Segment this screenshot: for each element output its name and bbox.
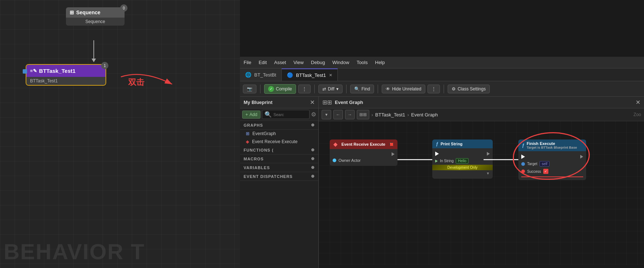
variables-section-header[interactable]: VARIABLES ⊕ <box>240 163 318 172</box>
event-receive-execute-item[interactable]: ◆ Event Receive Execute <box>240 138 318 146</box>
camera-icon: 📷 <box>247 86 252 92</box>
menu-item-tools[interactable]: Tools <box>356 60 367 65</box>
red-arrow-annotation <box>114 66 231 110</box>
event-dispatchers-section-header[interactable]: EVENT DISPATCHERS ⊕ <box>240 172 318 181</box>
event-graph-item[interactable]: ⊞ EventGraph <box>240 130 318 138</box>
blueprint-panel-toolbar: + Add 🔍 ⚙ <box>240 108 318 121</box>
tab-bt-testbt[interactable]: 🌐 BT_TestBt <box>240 68 282 81</box>
arrow-head <box>92 59 96 62</box>
owner-actor-pin: Owner Actor <box>330 157 397 164</box>
menu-item-window[interactable]: Window <box>332 60 349 65</box>
breadcrumb-asset[interactable]: BTTask_Test1 <box>375 112 405 118</box>
breadcrumb-graph[interactable]: Event Graph <box>411 112 438 118</box>
find-button[interactable]: 🔍 Find <box>350 85 374 93</box>
hide-unrelated-label: Hide Unrelated <box>392 86 421 92</box>
event-node-close[interactable]: 🟥 <box>389 142 394 146</box>
print-string-node[interactable]: ƒ Print String In String Hello Developme… <box>432 139 493 179</box>
toolbar-separator-3 <box>346 85 347 93</box>
success-pin: Success ✓ <box>518 168 586 175</box>
event-dispatchers-add-icon[interactable]: ⊕ <box>311 174 315 179</box>
event-receive-icon: ◆ <box>246 139 249 144</box>
functions-label: FUNCTIONS ( <box>244 148 274 152</box>
print-func-icon: ƒ <box>436 141 438 146</box>
grid-background <box>0 0 240 268</box>
graphs-section-header[interactable]: GRAPHS ⊕ <box>240 121 318 130</box>
bttask-node[interactable]: ≡✎ BTTask_Test1 BTTask_Test1 1 <box>26 64 106 86</box>
bttask-node-body: BTTask_Test1 <box>26 77 106 85</box>
event-receive-execute-node[interactable]: ◆ Event Receive Execute 🟥 Owner Actor <box>330 139 397 166</box>
add-label: Add <box>249 112 257 117</box>
camera-button[interactable]: 📷 <box>243 85 256 93</box>
variables-add-icon[interactable]: ⊕ <box>311 165 315 170</box>
graph-grid-icon: ⊞⊞ <box>322 99 332 106</box>
bttask-node-badge: 1 <box>101 62 108 69</box>
functions-add-icon[interactable]: ⊕ <box>311 148 315 152</box>
self-value-badge[interactable]: self <box>540 161 550 167</box>
functions-section-header[interactable]: FUNCTIONS ( ⊕ <box>240 146 318 155</box>
event-graph-icon: ⊞ <box>246 131 249 136</box>
search-box[interactable]: 🔍 <box>262 110 310 119</box>
menu-item-edit[interactable]: Edit <box>259 60 267 65</box>
breadcrumb-arrow: › <box>407 112 409 118</box>
toolbar: 📷 ✓ Compile ⋮ ⇄ Diff ▾ 🔍 Find 👁 Hide Unr… <box>240 81 644 97</box>
compile-button[interactable]: ✓ Compile <box>264 84 296 94</box>
bttask-tab-icon: 🔵 <box>287 72 293 78</box>
hide-unrelated-button[interactable]: 👁 Hide Unrelated <box>382 85 425 93</box>
finish-exec-in-icon <box>521 155 525 159</box>
success-checkbox[interactable]: ✓ <box>543 169 548 174</box>
finish-exec-pins <box>518 153 586 160</box>
macros-section-header[interactable]: MACROS ⊕ <box>240 155 318 163</box>
compile-options-button[interactable]: ⋮ <box>298 85 311 93</box>
finish-execute-node-body: Target self Success ✓ <box>518 151 586 180</box>
success-underline <box>521 176 583 177</box>
menu-item-debug[interactable]: Debug <box>311 60 325 65</box>
diff-icon: ⇄ <box>322 86 326 92</box>
main-content: My Blueprint ✕ + Add 🔍 ⚙ GRAPHS ⊕ ⊞ Even… <box>240 97 644 268</box>
print-string-node-body: In String Hello Development Only ▼ <box>432 148 493 179</box>
settings-icon[interactable]: ⚙ <box>311 111 316 118</box>
hide-options-icon: ⋮ <box>432 86 436 92</box>
print-expand-pin: ▼ <box>432 170 493 176</box>
find-icon: 🔍 <box>354 86 360 92</box>
hide-unrelated-icon: 👁 <box>386 86 390 92</box>
search-input[interactable] <box>273 112 295 117</box>
graphs-add-icon[interactable]: ⊕ <box>311 123 315 127</box>
sequence-node-subtitle: Sequence <box>85 19 105 24</box>
event-diamond-icon: ◆ <box>333 141 337 147</box>
menu-item-asset[interactable]: Asset <box>274 60 286 65</box>
hello-value-badge[interactable]: Hello <box>456 158 469 164</box>
macros-add-icon[interactable]: ⊕ <box>311 156 315 161</box>
diff-button[interactable]: ⇄ Diff ▾ <box>318 85 343 93</box>
graph-close-button[interactable]: ✕ <box>636 99 640 106</box>
blueprint-panel-close[interactable]: ✕ <box>310 99 315 106</box>
bttask-left-pin <box>23 69 27 74</box>
menu-item-help[interactable]: Help <box>375 60 385 65</box>
nav-dropdown-button[interactable]: ▾ <box>322 110 331 119</box>
tab-bar: 🌐 BT_TestBt 🔵 BTTask_Test1 ✕ <box>240 68 644 81</box>
nav-grid-icon: ⊞⊞ <box>359 112 367 117</box>
hide-unrelated-options-button[interactable]: ⋮ <box>428 85 440 93</box>
menu-item-view[interactable]: View <box>293 60 304 65</box>
owner-actor-label: Owner Actor <box>338 158 361 163</box>
graph-title-area: ⊞⊞ Event Graph <box>322 99 363 106</box>
compile-button-label: Compile <box>276 86 292 92</box>
nav-grid-button[interactable]: ⊞⊞ <box>357 110 369 119</box>
tab-bttask-label: BTTask_Test1 <box>296 72 326 78</box>
event-graph-label: EventGraph <box>252 131 276 136</box>
add-button[interactable]: + Add <box>242 111 260 119</box>
tab-close-button[interactable]: ✕ <box>329 73 332 78</box>
finish-execute-node[interactable]: ƒ Finish Execute Target is BTTask Bluepr… <box>518 139 586 180</box>
add-icon: + <box>245 112 248 117</box>
class-settings-button[interactable]: ⚙ Class Settings <box>448 85 490 93</box>
success-label: Success <box>527 170 541 174</box>
nav-back-button[interactable]: ← <box>333 110 343 119</box>
menu-item-file[interactable]: File <box>244 60 251 65</box>
sequence-node[interactable]: ⊞ Sequence Sequence 0 <box>66 7 125 26</box>
nav-forward-icon: → <box>348 112 352 117</box>
graph-header: ⊞⊞ Event Graph ✕ <box>319 97 644 108</box>
nav-forward-button[interactable]: → <box>345 110 355 119</box>
finish-execute-title: Finish Execute <box>527 141 582 146</box>
owner-actor-pin-dot <box>333 159 336 162</box>
tab-bttask-test1[interactable]: 🔵 BTTask_Test1 ✕ <box>282 68 338 81</box>
finish-func-icon: ƒ <box>522 143 525 148</box>
